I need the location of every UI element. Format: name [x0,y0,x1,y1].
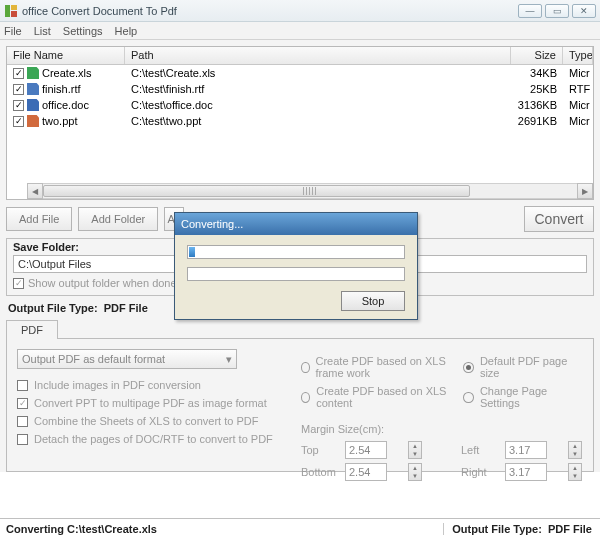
margin-right-label: Right [461,466,501,478]
file-path: C:\test\Create.xls [125,67,511,79]
file-path: C:\test\office.doc [125,99,511,111]
row-checkbox[interactable]: ✓ [13,116,24,127]
chk-detach-doc[interactable] [17,434,28,445]
file-name: two.ppt [42,115,77,127]
radio-xls-content[interactable] [301,392,310,403]
table-row[interactable]: ✓office.docC:\test\office.doc3136KBMicr [7,97,593,113]
row-checkbox[interactable]: ✓ [13,84,24,95]
margin-right-input[interactable] [505,463,547,481]
row-checkbox[interactable]: ✓ [13,68,24,79]
file-size: 34KB [511,67,563,79]
file-name: finish.rtf [42,83,81,95]
file-size: 25KB [511,83,563,95]
scroll-thumb[interactable] [43,185,470,197]
lbl-xls-content: Create PDF based on XLS content [316,385,451,409]
margin-bottom-spinner[interactable]: ▲▼ [408,463,422,481]
file-size: 2691KB [511,115,563,127]
file-type: Micr [563,115,593,127]
file-ppt-icon [27,115,39,127]
chk-include-images[interactable] [17,380,28,391]
save-folder-label: Save Folder: [13,241,587,253]
table-row[interactable]: ✓Create.xlsC:\test\Create.xls34KBMicr [7,65,593,81]
add-partial-button[interactable]: Ad [164,207,184,231]
save-folder-group: Save Folder: ✓ Show output folder when d… [6,238,594,296]
margin-left-spinner[interactable]: ▲▼ [568,441,582,459]
table-row[interactable]: ✓finish.rtfC:\test\finish.rtf25KBRTF [7,81,593,97]
file-path: C:\test\two.ppt [125,115,511,127]
show-output-checkbox[interactable]: ✓ [13,278,24,289]
maximize-button[interactable]: ▭ [545,4,569,18]
chevron-down-icon: ▾ [226,353,232,366]
show-output-label: Show output folder when done [28,277,177,289]
margin-top-label: Top [301,444,341,456]
lbl-ppt-multipage: Convert PPT to multipage PDF as image fo… [34,397,267,409]
margin-size-label: Margin Size(cm): [301,423,583,435]
save-folder-input[interactable] [13,255,587,273]
menu-help[interactable]: Help [115,25,138,37]
file-rtf-icon [27,83,39,95]
row-checkbox[interactable]: ✓ [13,100,24,111]
menu-file[interactable]: File [4,25,22,37]
file-name: Create.xls [42,67,92,79]
window-title: office Convert Document To Pdf [22,5,518,17]
col-path[interactable]: Path [125,47,511,64]
file-type: Micr [563,67,593,79]
status-left: Converting C:\test\Create.xls [0,523,444,535]
tab-pdf[interactable]: PDF [6,320,58,339]
add-folder-button[interactable]: Add Folder [78,207,158,231]
svg-rect-1 [11,5,17,10]
lbl-detach-doc: Detach the pages of DOC/RTF to convert t… [34,433,273,445]
menu-list[interactable]: List [34,25,51,37]
file-type: RTF [563,83,593,95]
close-button[interactable]: ✕ [572,4,596,18]
chk-ppt-multipage[interactable]: ✓ [17,398,28,409]
menu-settings[interactable]: Settings [63,25,103,37]
col-size[interactable]: Size [511,47,563,64]
lbl-change-page: Change Page Settings [480,385,583,409]
output-format-select[interactable]: Output PDF as default format▾ [17,349,237,369]
radio-xls-frame[interactable] [301,362,310,373]
file-type: Micr [563,99,593,111]
file-name: office.doc [42,99,89,111]
file-size: 3136KB [511,99,563,111]
scroll-right-icon[interactable]: ▶ [577,183,593,199]
horizontal-scrollbar[interactable]: ◀ ▶ [27,183,593,199]
file-xls-icon [27,67,39,79]
status-right: Output File Type: PDF File [444,523,600,535]
output-type-heading: Output File Type: PDF File [8,302,592,314]
col-type[interactable]: Type [563,47,593,64]
app-icon [4,4,18,18]
radio-change-page[interactable] [463,392,473,403]
convert-button[interactable]: Convert [524,206,594,232]
file-doc-icon [27,99,39,111]
margin-top-input[interactable] [345,441,387,459]
table-row[interactable]: ✓two.pptC:\test\two.ppt2691KBMicr [7,113,593,129]
menubar: File List Settings Help [0,22,600,40]
svg-rect-2 [11,11,17,17]
titlebar: office Convert Document To Pdf — ▭ ✕ [0,0,600,22]
col-filename[interactable]: File Name [7,47,125,64]
statusbar: Converting C:\test\Create.xls Output Fil… [0,518,600,538]
minimize-button[interactable]: — [518,4,542,18]
lbl-default-size: Default PDF page size [480,355,583,379]
margin-bottom-input[interactable] [345,463,387,481]
file-list: File Name Path Size Type ✓Create.xlsC:\t… [6,46,594,200]
lbl-include-images: Include images in PDF conversion [34,379,201,391]
margin-top-spinner[interactable]: ▲▼ [408,441,422,459]
scroll-left-icon[interactable]: ◀ [27,183,43,199]
radio-default-size[interactable] [463,362,473,373]
margin-left-label: Left [461,444,501,456]
chk-combine-xls[interactable] [17,416,28,427]
lbl-xls-frame: Create PDF based on XLS frame work [316,355,452,379]
lbl-combine-xls: Combine the Sheets of XLS to convert to … [34,415,258,427]
margin-right-spinner[interactable]: ▲▼ [568,463,582,481]
add-file-button[interactable]: Add File [6,207,72,231]
svg-rect-0 [5,5,10,17]
margin-bottom-label: Bottom [301,466,341,478]
margin-left-input[interactable] [505,441,547,459]
file-path: C:\test\finish.rtf [125,83,511,95]
